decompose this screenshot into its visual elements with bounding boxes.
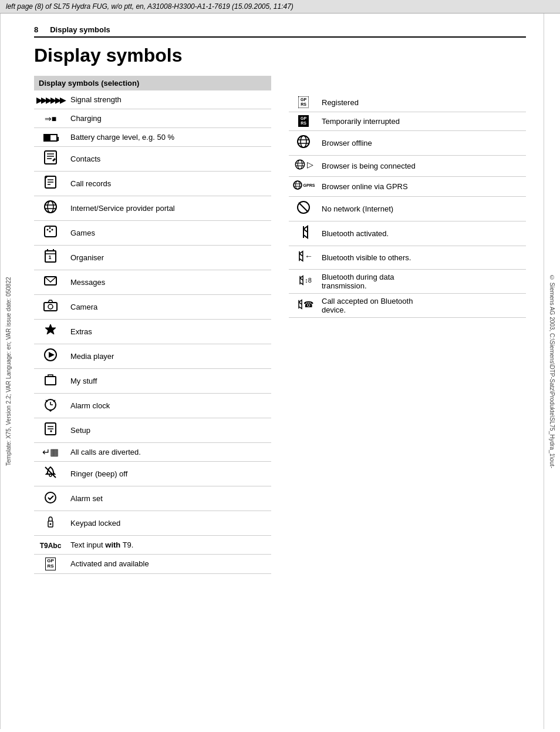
page-number: 8 <box>34 25 38 34</box>
table-row: No network (Internet) <box>289 197 526 221</box>
icon-internet <box>34 196 67 221</box>
svg-point-24 <box>48 304 53 309</box>
table-row: GPRS Temporarily interrupted <box>289 112 526 131</box>
symbol-text: Games <box>67 221 271 246</box>
symbol-text: Extras <box>67 320 271 344</box>
main-content: 8 Display symbols Display symbols Displa… <box>16 14 544 729</box>
symbol-text: Organiser <box>67 246 271 270</box>
icon-bluetooth-visible: ← <box>289 246 318 270</box>
svg-point-44 <box>301 136 306 147</box>
icon-bluetooth <box>289 221 318 246</box>
svg-rect-28 <box>45 377 56 385</box>
symbol-text: Bluetooth activated. <box>318 221 526 246</box>
svg-point-51 <box>294 181 302 189</box>
symbol-text: Keypad locked <box>67 511 271 536</box>
icon-browser-connecting: ▷ <box>289 156 318 177</box>
table-row: ← Bluetooth visible to others. <box>289 246 526 270</box>
svg-rect-23 <box>44 303 57 311</box>
symbol-text: Call accepted on Bluetoothdevice. <box>318 294 526 318</box>
symbol-text: Internet/Service provider portal <box>67 196 271 221</box>
icon-ringer <box>34 462 67 486</box>
symbol-text: All calls are diverted. <box>67 443 271 462</box>
table-row: Games <box>34 221 271 246</box>
table-row: Contacts <box>34 147 271 172</box>
symbol-text: No network (Internet) <box>318 197 526 221</box>
top-bar-text: left page (8) of SL75 Hydra FUG, w/o ptt… <box>6 2 294 11</box>
table-row: ↕8 Bluetooth during datatransmission. <box>289 270 526 294</box>
table-row: Keypad locked <box>34 511 271 536</box>
table-row: ↵▦ All calls are diverted. <box>34 443 271 462</box>
table-row: ▷ Browser is being connected <box>289 156 526 177</box>
icon-bluetooth-call: ☎ <box>289 294 318 318</box>
symbol-text: Temporarily interrupted <box>318 112 526 131</box>
symbol-text: Browser offline <box>318 131 526 156</box>
right-col: GPRS Registered GPRS Temporarily interru… <box>289 76 526 574</box>
symbol-text: Media player <box>67 344 271 369</box>
symbol-text: Ringer (beep) off <box>67 462 271 486</box>
symbol-text: Activated and available <box>67 555 271 574</box>
icon-diverted: ↵▦ <box>34 443 67 462</box>
svg-point-47 <box>295 160 304 169</box>
table-row: Media player <box>34 344 271 369</box>
symbol-text: Registered <box>318 93 526 112</box>
svg-point-13 <box>47 229 49 231</box>
symbol-text: Browser online via GPRS <box>318 177 526 197</box>
symbol-text: Charging <box>67 109 271 128</box>
icon-battery <box>34 128 67 147</box>
svg-point-16 <box>49 231 51 233</box>
page-header: 8 Display symbols <box>34 25 526 38</box>
svg-rect-0 <box>45 151 56 164</box>
symbol-text: Alarm set <box>67 486 271 511</box>
symbol-text: My stuff <box>67 369 271 394</box>
table-row: Alarm clock <box>34 394 271 418</box>
icon-alarmset <box>34 486 67 511</box>
icon-browser-offline <box>289 131 318 156</box>
icon-extras <box>34 320 67 344</box>
main-title: Display symbols <box>34 45 526 66</box>
table-row: 1 Organiser <box>34 246 271 270</box>
page-section-title: Display symbols <box>50 25 110 34</box>
svg-point-14 <box>49 227 51 229</box>
table-row: Call records <box>34 172 271 196</box>
table-row: Alarm set <box>34 486 271 511</box>
svg-point-8 <box>45 201 56 213</box>
table-row: Browser offline <box>289 131 526 156</box>
icon-contacts <box>34 147 67 172</box>
table-row: ⇒■ Charging <box>34 109 271 128</box>
svg-point-40 <box>45 492 56 503</box>
svg-point-48 <box>298 160 302 169</box>
svg-point-52 <box>295 181 299 189</box>
table-row: Extras <box>34 320 271 344</box>
svg-point-43 <box>298 136 309 147</box>
symbol-text: Messages <box>67 270 271 295</box>
symbol-text: Bluetooth during datatransmission. <box>318 270 526 294</box>
icon-organiser: 1 <box>34 246 67 270</box>
icon-t9abc: T9Abc <box>34 536 67 555</box>
svg-point-38 <box>49 474 52 476</box>
icon-games <box>34 221 67 246</box>
table-row: Camera <box>34 295 271 320</box>
icon-gprs-solid: GPRS <box>289 112 318 131</box>
svg-marker-27 <box>49 352 55 358</box>
table-row: Ringer (beep) off <box>34 462 271 486</box>
icon-mystuff <box>34 369 67 394</box>
svg-line-56 <box>299 203 308 212</box>
right-sidebar: © Siemens AG 2003, C:\Siemens\DTP-Satz\P… <box>544 14 560 729</box>
icon-mediaplayer <box>34 344 67 369</box>
right-symbol-table: GPRS Registered GPRS Temporarily interru… <box>289 93 526 318</box>
symbol-text: Bluetooth visible to others. <box>318 246 526 270</box>
icon-browser-gprs: GPRS <box>289 177 318 197</box>
table-row: ☎ Call accepted on Bluetoothdevice. <box>289 294 526 318</box>
svg-point-9 <box>48 201 53 213</box>
table-row: GPRS Registered <box>289 93 526 112</box>
symbol-text: Browser is being connected <box>318 156 526 177</box>
icon-no-network <box>289 197 318 221</box>
left-col: Display symbols (selection) ▶▶▶▶▶▶ Signa… <box>34 76 271 574</box>
icon-setup <box>34 418 67 443</box>
icon-bluetooth-data: ↕8 <box>289 270 318 294</box>
svg-text:1: 1 <box>48 254 51 260</box>
symbol-text: Alarm clock <box>67 394 271 418</box>
svg-marker-25 <box>45 324 56 334</box>
table-row: Bluetooth activated. <box>289 221 526 246</box>
icon-alarmclock <box>34 394 67 418</box>
